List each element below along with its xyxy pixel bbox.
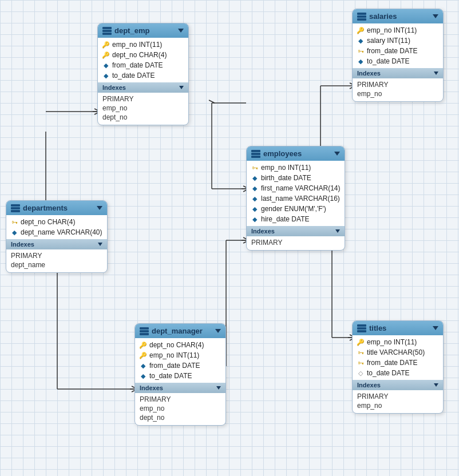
field-text: dept_no CHAR(4) xyxy=(149,341,204,349)
svg-line-14 xyxy=(209,100,215,103)
indexes-list-employees: PRIMARY xyxy=(247,236,345,250)
field-row: ◆ first_name VARCHAR(14) xyxy=(247,183,345,193)
table-fields-salaries: 🔑 emp_no INT(11) ◆ salary INT(11) 🗝 from… xyxy=(353,23,443,68)
field-row: 🗝 title VARCHAR(50) xyxy=(353,347,443,358)
diamond-white-icon: ◇ xyxy=(357,370,364,376)
table-fields-dept_emp: 🔑 emp_no INT(11) 🔑 dept_no CHAR(4) ◆ fro… xyxy=(98,38,188,82)
key-yellow-icon: 🗝 xyxy=(357,359,364,366)
index-row: emp_no xyxy=(357,89,438,98)
field-text: from_date DATE xyxy=(367,47,417,55)
diamond-blue-icon: ◆ xyxy=(251,174,258,181)
field-text: to_date DATE xyxy=(112,72,155,80)
table-salaries: salaries 🔑 emp_no INT(11) ◆ salary INT(1… xyxy=(352,9,444,102)
collapse-arrow[interactable] xyxy=(97,206,102,210)
indexes-arrow[interactable] xyxy=(434,383,438,387)
field-row: 🗝 from_date DATE xyxy=(353,358,443,368)
field-row: ◆ gender ENUM('M','F') xyxy=(247,204,345,214)
key-yellow-icon: 🗝 xyxy=(357,47,364,54)
field-row: 🔑 dept_no CHAR(4) xyxy=(98,50,188,60)
field-row: 🗝 emp_no INT(11) xyxy=(247,162,345,173)
db-icon xyxy=(251,150,260,158)
diamond-blue-icon: ◆ xyxy=(251,216,258,223)
field-text: emp_no INT(11) xyxy=(367,26,417,34)
field-row: ◆ birth_date DATE xyxy=(247,173,345,183)
field-row: ◆ to_date DATE xyxy=(353,56,443,66)
field-row: ◆ to_date DATE xyxy=(98,70,188,81)
collapse-arrow[interactable] xyxy=(433,14,438,18)
key-red-icon: 🔑 xyxy=(140,342,147,348)
indexes-label: Indexes xyxy=(357,382,381,388)
indexes-label: Indexes xyxy=(102,84,126,91)
table-fields-employees: 🗝 emp_no INT(11) ◆ birth_date DATE ◆ fir… xyxy=(247,161,345,226)
field-text: gender ENUM('M','F') xyxy=(261,205,326,213)
table-name-employees: employees xyxy=(263,149,302,158)
table-fields-dept_manager: 🔑 dept_no CHAR(4) 🔑 emp_no INT(11) ◆ fro… xyxy=(135,338,225,383)
diamond-blue-icon: ◆ xyxy=(140,362,147,369)
table-header-employees: employees xyxy=(247,146,345,161)
indexes-arrow[interactable] xyxy=(179,86,184,89)
field-row: ◇ to_date DATE xyxy=(353,368,443,378)
table-fields-titles: 🔑 emp_no INT(11) 🗝 title VARCHAR(50) 🗝 f… xyxy=(353,335,443,380)
field-text: salary INT(11) xyxy=(367,37,410,45)
field-text: from_date DATE xyxy=(112,61,163,69)
diamond-blue-icon: ◆ xyxy=(357,37,364,44)
key-red-icon: 🔑 xyxy=(102,41,109,48)
table-name-salaries: salaries xyxy=(369,12,397,21)
table-name-titles: titles xyxy=(369,324,386,332)
table-header-dept_manager: dept_manager xyxy=(135,324,225,338)
field-row: ◆ to_date DATE xyxy=(135,371,225,381)
index-row: PRIMARY xyxy=(102,94,184,104)
indexes-list-dept_manager: PRIMARYemp_nodept_no xyxy=(135,393,225,425)
key-red-icon: 🔑 xyxy=(357,27,364,34)
index-row: emp_no xyxy=(357,401,438,410)
indexes-label: Indexes xyxy=(11,241,34,248)
field-row: 🗝 dept_no CHAR(4) xyxy=(6,217,107,227)
field-text: last_name VARCHAR(16) xyxy=(261,195,340,203)
diamond-blue-icon: ◆ xyxy=(102,72,109,79)
indexes-header-salaries: Indexes xyxy=(353,68,443,78)
collapse-arrow[interactable] xyxy=(334,152,340,156)
collapse-arrow[interactable] xyxy=(178,29,184,33)
field-row: 🔑 emp_no INT(11) xyxy=(353,25,443,35)
db-icon xyxy=(357,13,366,21)
field-row: 🔑 dept_no CHAR(4) xyxy=(135,340,225,350)
diamond-blue-icon: ◆ xyxy=(357,58,364,65)
indexes-list-salaries: PRIMARYemp_no xyxy=(353,78,443,101)
table-name-departments: departments xyxy=(23,204,68,212)
indexes-arrow[interactable] xyxy=(434,72,438,75)
indexes-arrow[interactable] xyxy=(216,386,221,390)
collapse-arrow[interactable] xyxy=(215,329,221,333)
index-row: PRIMARY xyxy=(140,395,221,404)
db-icon xyxy=(357,324,366,332)
field-text: dept_name VARCHAR(40) xyxy=(21,228,102,236)
field-row: ◆ from_date DATE xyxy=(98,60,188,70)
key-yellow-icon: 🗝 xyxy=(357,349,364,356)
key-red-icon: 🔑 xyxy=(357,339,364,346)
index-row: dept_name xyxy=(11,260,102,269)
diamond-blue-icon: ◆ xyxy=(251,205,258,212)
index-row: PRIMARY xyxy=(11,251,102,260)
table-name-dept_manager: dept_manager xyxy=(152,327,203,335)
indexes-arrow[interactable] xyxy=(98,243,102,246)
indexes-header-employees: Indexes xyxy=(247,226,345,236)
field-row: ◆ salary INT(11) xyxy=(353,35,443,46)
key-yellow-icon: 🗝 xyxy=(11,219,18,225)
field-text: birth_date DATE xyxy=(261,174,311,182)
collapse-arrow[interactable] xyxy=(433,326,438,330)
index-row: dept_no xyxy=(102,113,184,122)
table-header-salaries: salaries xyxy=(353,9,443,23)
indexes-arrow[interactable] xyxy=(335,229,340,233)
table-header-departments: departments xyxy=(6,201,107,215)
diamond-blue-icon: ◆ xyxy=(251,195,258,202)
field-text: first_name VARCHAR(14) xyxy=(261,184,340,192)
diamond-blue-icon: ◆ xyxy=(251,185,258,192)
field-text: from_date DATE xyxy=(367,359,417,367)
field-row: ◆ hire_date DATE xyxy=(247,214,345,224)
indexes-list-departments: PRIMARYdept_name xyxy=(6,249,107,272)
table-header-dept_emp: dept_emp xyxy=(98,23,188,38)
field-text: dept_no CHAR(4) xyxy=(112,51,167,59)
field-text: from_date DATE xyxy=(149,362,200,370)
index-row: PRIMARY xyxy=(357,80,438,89)
field-text: dept_no CHAR(4) xyxy=(21,218,75,226)
key-red-icon: 🔑 xyxy=(102,51,109,58)
